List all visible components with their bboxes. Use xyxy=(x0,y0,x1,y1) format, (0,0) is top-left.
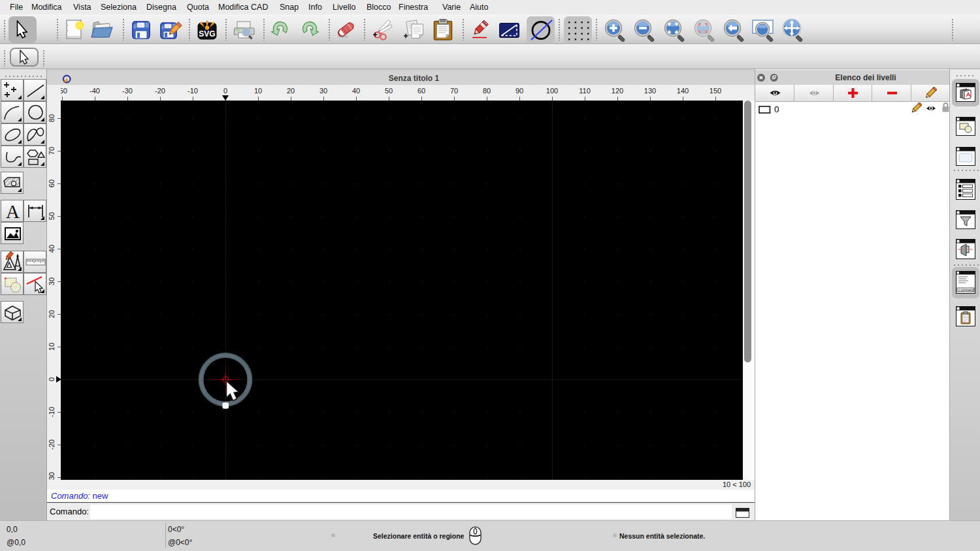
svg-text:c command: c command xyxy=(958,289,974,292)
svg-text:SVG: SVG xyxy=(199,29,215,39)
svg-text:A: A xyxy=(6,201,20,222)
